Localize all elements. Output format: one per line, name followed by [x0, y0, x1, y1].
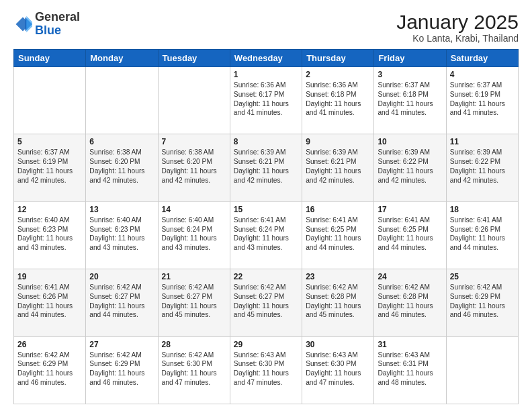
- day-info: Sunrise: 6:39 AM Sunset: 6:21 PM Dayligh…: [234, 148, 298, 185]
- day-number: 22: [234, 272, 298, 281]
- week-row-4: 19Sunrise: 6:41 AM Sunset: 6:26 PM Dayli…: [14, 269, 519, 336]
- day-info: Sunrise: 6:42 AM Sunset: 6:29 PM Dayligh…: [17, 351, 82, 387]
- day-number: 18: [450, 205, 515, 214]
- calendar-cell: 13Sunrise: 6:40 AM Sunset: 6:23 PM Dayli…: [86, 201, 158, 269]
- day-info: Sunrise: 6:39 AM Sunset: 6:22 PM Dayligh…: [450, 148, 515, 185]
- col-wednesday: Wednesday: [230, 50, 302, 67]
- day-number: 1: [234, 70, 298, 79]
- day-number: 26: [17, 340, 82, 349]
- day-info: Sunrise: 6:38 AM Sunset: 6:20 PM Dayligh…: [162, 148, 226, 185]
- calendar-cell: 12Sunrise: 6:40 AM Sunset: 6:23 PM Dayli…: [14, 201, 86, 269]
- calendar-cell: 20Sunrise: 6:42 AM Sunset: 6:27 PM Dayli…: [86, 269, 158, 336]
- calendar-cell: 30Sunrise: 6:43 AM Sunset: 6:30 PM Dayli…: [302, 336, 374, 404]
- day-number: 9: [306, 137, 370, 146]
- calendar-cell: [86, 67, 158, 134]
- day-number: 29: [234, 340, 298, 349]
- day-info: Sunrise: 6:42 AM Sunset: 6:29 PM Dayligh…: [450, 283, 515, 320]
- day-info: Sunrise: 6:42 AM Sunset: 6:28 PM Dayligh…: [306, 283, 370, 320]
- calendar-cell: 19Sunrise: 6:41 AM Sunset: 6:26 PM Dayli…: [14, 269, 86, 336]
- day-info: Sunrise: 6:40 AM Sunset: 6:23 PM Dayligh…: [17, 216, 82, 253]
- calendar-cell: 23Sunrise: 6:42 AM Sunset: 6:28 PM Dayli…: [302, 269, 374, 336]
- day-number: 25: [450, 272, 515, 281]
- calendar-cell: 26Sunrise: 6:42 AM Sunset: 6:29 PM Dayli…: [14, 336, 86, 404]
- logo-text: General Blue: [35, 11, 80, 38]
- calendar-cell: 18Sunrise: 6:41 AM Sunset: 6:26 PM Dayli…: [446, 201, 518, 269]
- page: General Blue January 2025 Ko Lanta, Krab…: [0, 0, 532, 411]
- calendar-cell: [446, 336, 518, 404]
- day-number: 27: [89, 340, 154, 349]
- calendar-cell: 17Sunrise: 6:41 AM Sunset: 6:25 PM Dayli…: [374, 201, 446, 269]
- calendar-cell: 31Sunrise: 6:43 AM Sunset: 6:31 PM Dayli…: [374, 336, 446, 404]
- calendar-cell: 4Sunrise: 6:37 AM Sunset: 6:19 PM Daylig…: [446, 67, 518, 134]
- day-number: 30: [306, 340, 370, 349]
- day-info: Sunrise: 6:39 AM Sunset: 6:22 PM Dayligh…: [378, 148, 442, 185]
- day-number: 17: [378, 205, 442, 214]
- day-info: Sunrise: 6:41 AM Sunset: 6:25 PM Dayligh…: [378, 216, 442, 253]
- calendar-cell: 2Sunrise: 6:36 AM Sunset: 6:18 PM Daylig…: [302, 67, 374, 134]
- logo-general-text: General: [35, 10, 80, 24]
- header: General Blue January 2025 Ko Lanta, Krab…: [13, 11, 519, 44]
- day-number: 14: [162, 205, 226, 214]
- calendar-cell: 11Sunrise: 6:39 AM Sunset: 6:22 PM Dayli…: [446, 134, 518, 201]
- calendar-cell: 24Sunrise: 6:42 AM Sunset: 6:28 PM Dayli…: [374, 269, 446, 336]
- logo-icon: [13, 15, 32, 34]
- day-info: Sunrise: 6:43 AM Sunset: 6:30 PM Dayligh…: [234, 351, 298, 387]
- col-thursday: Thursday: [302, 50, 374, 67]
- day-number: 11: [450, 137, 515, 146]
- day-info: Sunrise: 6:43 AM Sunset: 6:30 PM Dayligh…: [306, 351, 370, 387]
- week-row-2: 5Sunrise: 6:37 AM Sunset: 6:19 PM Daylig…: [14, 134, 519, 201]
- day-info: Sunrise: 6:39 AM Sunset: 6:21 PM Dayligh…: [306, 148, 370, 185]
- location-subtitle: Ko Lanta, Krabi, Thailand: [396, 33, 519, 44]
- calendar-cell: 16Sunrise: 6:41 AM Sunset: 6:25 PM Dayli…: [302, 201, 374, 269]
- calendar-cell: 9Sunrise: 6:39 AM Sunset: 6:21 PM Daylig…: [302, 134, 374, 201]
- col-tuesday: Tuesday: [158, 50, 230, 67]
- day-number: 3: [378, 70, 442, 79]
- logo-blue-text: Blue: [35, 24, 61, 37]
- day-info: Sunrise: 6:41 AM Sunset: 6:24 PM Dayligh…: [234, 216, 298, 253]
- day-info: Sunrise: 6:42 AM Sunset: 6:27 PM Dayligh…: [162, 283, 226, 320]
- week-row-3: 12Sunrise: 6:40 AM Sunset: 6:23 PM Dayli…: [14, 201, 519, 269]
- week-row-1: 1Sunrise: 6:36 AM Sunset: 6:17 PM Daylig…: [14, 67, 519, 134]
- day-number: 20: [89, 272, 154, 281]
- col-saturday: Saturday: [446, 50, 518, 67]
- day-number: 10: [378, 137, 442, 146]
- day-info: Sunrise: 6:42 AM Sunset: 6:29 PM Dayligh…: [89, 351, 154, 387]
- day-info: Sunrise: 6:42 AM Sunset: 6:30 PM Dayligh…: [162, 351, 226, 387]
- calendar-cell: 15Sunrise: 6:41 AM Sunset: 6:24 PM Dayli…: [230, 201, 302, 269]
- day-info: Sunrise: 6:40 AM Sunset: 6:23 PM Dayligh…: [89, 216, 154, 253]
- day-info: Sunrise: 6:38 AM Sunset: 6:20 PM Dayligh…: [89, 148, 154, 185]
- day-number: 13: [89, 205, 154, 214]
- day-info: Sunrise: 6:42 AM Sunset: 6:27 PM Dayligh…: [234, 283, 298, 320]
- day-info: Sunrise: 6:41 AM Sunset: 6:25 PM Dayligh…: [306, 216, 370, 253]
- calendar-cell: [14, 67, 86, 134]
- calendar-cell: 8Sunrise: 6:39 AM Sunset: 6:21 PM Daylig…: [230, 134, 302, 201]
- day-number: 7: [162, 137, 226, 146]
- day-info: Sunrise: 6:37 AM Sunset: 6:18 PM Dayligh…: [378, 81, 442, 118]
- day-number: 31: [378, 340, 442, 349]
- day-number: 8: [234, 137, 298, 146]
- calendar-cell: 22Sunrise: 6:42 AM Sunset: 6:27 PM Dayli…: [230, 269, 302, 336]
- logo: General Blue: [13, 11, 80, 38]
- day-info: Sunrise: 6:42 AM Sunset: 6:27 PM Dayligh…: [89, 283, 154, 320]
- day-info: Sunrise: 6:42 AM Sunset: 6:28 PM Dayligh…: [378, 283, 442, 320]
- col-monday: Monday: [86, 50, 158, 67]
- month-title: January 2025: [396, 11, 519, 33]
- day-number: 6: [89, 137, 154, 146]
- calendar-cell: 29Sunrise: 6:43 AM Sunset: 6:30 PM Dayli…: [230, 336, 302, 404]
- svg-marker-2: [26, 16, 32, 33]
- day-number: 15: [234, 205, 298, 214]
- calendar-cell: [158, 67, 230, 134]
- day-info: Sunrise: 6:36 AM Sunset: 6:17 PM Dayligh…: [234, 81, 298, 118]
- day-number: 16: [306, 205, 370, 214]
- calendar-cell: 21Sunrise: 6:42 AM Sunset: 6:27 PM Dayli…: [158, 269, 230, 336]
- calendar-cell: 7Sunrise: 6:38 AM Sunset: 6:20 PM Daylig…: [158, 134, 230, 201]
- calendar-cell: 25Sunrise: 6:42 AM Sunset: 6:29 PM Dayli…: [446, 269, 518, 336]
- day-number: 23: [306, 272, 370, 281]
- calendar-header-row: Sunday Monday Tuesday Wednesday Thursday…: [14, 50, 519, 67]
- day-number: 19: [17, 272, 82, 281]
- day-info: Sunrise: 6:37 AM Sunset: 6:19 PM Dayligh…: [17, 148, 82, 185]
- calendar-cell: 6Sunrise: 6:38 AM Sunset: 6:20 PM Daylig…: [86, 134, 158, 201]
- col-friday: Friday: [374, 50, 446, 67]
- day-number: 24: [378, 272, 442, 281]
- calendar-cell: 1Sunrise: 6:36 AM Sunset: 6:17 PM Daylig…: [230, 67, 302, 134]
